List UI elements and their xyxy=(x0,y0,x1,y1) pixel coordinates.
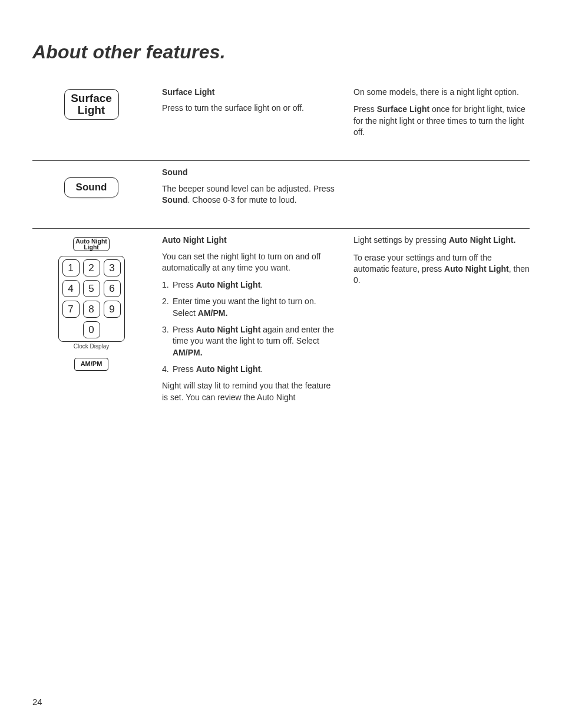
surface-light-col-left: Surface Light Press to turn the surface … xyxy=(162,87,338,144)
page-number: 24 xyxy=(32,697,42,707)
anl-heading: Auto Night Light xyxy=(162,235,338,246)
page-title: About other features. xyxy=(32,41,530,63)
anl-tail: Night will stay lit to remind you that t… xyxy=(162,380,338,403)
surface-light-text: Press to turn the surface light on or of… xyxy=(162,103,338,114)
key-8: 8 xyxy=(83,301,100,318)
illustration-surface-light: Surface Light xyxy=(32,87,150,120)
anl-step-1: Press Auto Night Light. xyxy=(162,279,338,291)
surface-light-right-p2: Press Surface Light once for bright ligh… xyxy=(353,104,530,138)
section-surface-light: Surface Light Surface Light Press to tur… xyxy=(32,81,530,160)
keypad: 1 2 3 4 5 6 7 8 9 0 xyxy=(58,256,125,342)
key-9: 9 xyxy=(104,301,121,318)
key-5: 5 xyxy=(83,280,100,297)
sound-text: The beeper sound level can be adjusted. … xyxy=(162,183,338,206)
key-0: 0 xyxy=(83,321,100,338)
anl-col-left: Auto Night Light You can set the night l… xyxy=(162,235,338,409)
anl-step-2: Enter time you want the light to turn on… xyxy=(162,296,338,319)
sound-button: Sound xyxy=(64,177,118,197)
auto-night-light-button: Auto Night Light xyxy=(73,237,110,251)
key-7: 7 xyxy=(62,301,80,318)
anl-step-4: Press Auto Night Light. xyxy=(162,364,338,375)
anl-right-p1: Light settings by pressing Auto Night Li… xyxy=(353,235,530,246)
am-pm-button: AM/PM xyxy=(74,358,108,371)
surface-light-right-p1: On some models, there is a night light o… xyxy=(353,87,530,98)
anl-steps: Press Auto Night Light. Enter time you w… xyxy=(162,279,338,375)
section-sound: Sound Sound The beeper sound level can b… xyxy=(32,161,530,228)
sound-col-right xyxy=(353,167,530,212)
anl-step-3: Press Auto Night Light again and enter t… xyxy=(162,324,338,358)
illustration-sound: Sound xyxy=(32,167,150,197)
key-1: 1 xyxy=(62,259,80,276)
illustration-auto-night-light: Auto Night Light 1 2 3 4 5 6 7 8 9 0 Clo… xyxy=(32,235,150,371)
surface-light-button: Surface Light xyxy=(64,89,119,120)
key-3: 3 xyxy=(104,259,121,276)
sound-heading: Sound xyxy=(162,167,338,178)
sound-col-left: Sound The beeper sound level can be adju… xyxy=(162,167,338,212)
anl-col-right: Light settings by pressing Auto Night Li… xyxy=(353,235,530,409)
clock-display-label: Clock Display xyxy=(74,343,110,350)
key-2: 2 xyxy=(83,259,100,276)
key-4: 4 xyxy=(62,280,80,297)
surface-light-col-right: On some models, there is a night light o… xyxy=(353,87,530,144)
surface-light-heading: Surface Light xyxy=(162,87,338,98)
section-auto-night-light: Auto Night Light 1 2 3 4 5 6 7 8 9 0 Clo… xyxy=(32,229,530,409)
key-6: 6 xyxy=(104,280,121,297)
anl-right-p2: To erase your settings and turn off the … xyxy=(353,252,530,286)
anl-intro: You can set the night light to turn on a… xyxy=(162,251,338,274)
